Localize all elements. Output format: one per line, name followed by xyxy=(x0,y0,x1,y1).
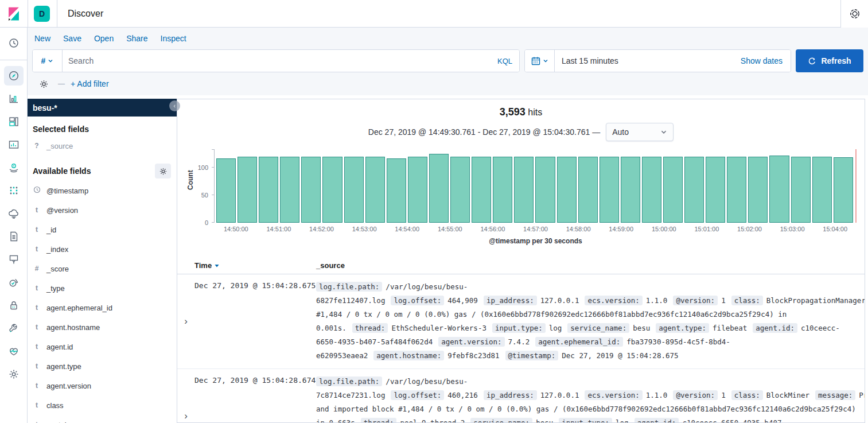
nav-recent[interactable] xyxy=(4,33,24,53)
nav-logs[interactable] xyxy=(4,227,24,246)
nav-maps[interactable] xyxy=(4,158,24,177)
field-item-agent.hostname[interactable]: tagent.hostname xyxy=(33,317,177,337)
field-key-badge[interactable]: message: xyxy=(815,390,855,400)
histogram-bar[interactable] xyxy=(684,157,704,223)
nav-visualize[interactable] xyxy=(4,89,24,108)
histogram-bar[interactable] xyxy=(259,157,278,223)
histogram-bar[interactable] xyxy=(387,158,406,223)
field-settings-gear-button[interactable] xyxy=(155,164,171,178)
field-key-badge[interactable]: @version: xyxy=(673,296,718,305)
help-button[interactable] xyxy=(840,0,868,28)
nav-uptime[interactable] xyxy=(4,273,24,292)
interval-select[interactable]: Auto xyxy=(606,123,674,141)
histogram-bar[interactable] xyxy=(216,158,236,223)
field-key-badge[interactable]: log.offset: xyxy=(391,390,444,400)
histogram-bar[interactable] xyxy=(834,157,853,223)
menu-item-share[interactable]: Share xyxy=(126,34,147,43)
nav-discover[interactable] xyxy=(4,66,24,86)
histogram-bar[interactable] xyxy=(322,157,342,223)
histogram-bar[interactable] xyxy=(472,157,491,223)
histogram-bar[interactable] xyxy=(600,157,619,223)
field-item-agent.type[interactable]: tagent.type xyxy=(33,356,177,376)
nav-siem[interactable] xyxy=(4,296,24,315)
date-quick-select-button[interactable] xyxy=(525,50,555,72)
histogram-bar[interactable] xyxy=(727,157,746,223)
field-key-badge[interactable]: ecs.version: xyxy=(585,296,642,305)
field-key-badge[interactable]: @version: xyxy=(673,390,718,400)
histogram-bar[interactable] xyxy=(535,157,555,223)
field-item-_source[interactable]: ?_source xyxy=(33,136,177,156)
histogram-bar[interactable] xyxy=(429,154,449,223)
expand-row-button[interactable]: › xyxy=(177,280,194,363)
field-key-badge[interactable]: ecs.version: xyxy=(585,390,642,400)
nav-canvas[interactable] xyxy=(4,135,24,154)
menu-item-save[interactable]: Save xyxy=(63,34,81,43)
histogram-bar[interactable] xyxy=(812,157,832,223)
field-key-badge[interactable]: log.file.path: xyxy=(316,282,382,292)
space-badge[interactable]: D xyxy=(34,6,50,22)
field-key-badge[interactable]: ip_address: xyxy=(484,390,537,400)
field-key-badge[interactable]: log.offset: xyxy=(391,296,444,305)
field-key-badge[interactable]: agent.type: xyxy=(656,323,709,333)
histogram-bar[interactable] xyxy=(791,157,811,223)
menu-item-new[interactable]: New xyxy=(34,34,50,43)
field-key-badge[interactable]: input.type: xyxy=(492,323,546,333)
field-key-badge[interactable]: thread: xyxy=(361,418,397,423)
field-key-badge[interactable]: agent.id: xyxy=(753,323,797,333)
histogram-bar[interactable] xyxy=(493,157,512,223)
field-key-badge[interactable]: class: xyxy=(731,390,763,400)
histogram-bar[interactable] xyxy=(344,157,364,223)
expand-row-button[interactable]: › xyxy=(177,375,194,423)
field-key-badge[interactable]: agent.version: xyxy=(438,337,504,347)
nav-stack-monitoring[interactable] xyxy=(4,341,24,361)
field-item-_score[interactable]: #_score xyxy=(33,259,177,278)
field-item-@timestamp[interactable]: @timestamp xyxy=(33,181,177,200)
kql-button[interactable]: KQL xyxy=(491,50,519,72)
field-key-badge[interactable]: service_name: xyxy=(567,323,629,333)
histogram-bar[interactable] xyxy=(514,157,534,223)
menu-item-inspect[interactable]: Inspect xyxy=(161,34,186,43)
menu-item-open[interactable]: Open xyxy=(94,34,114,43)
index-pattern-selector[interactable]: besu-* xyxy=(28,99,177,117)
histogram-bar[interactable] xyxy=(706,157,725,223)
histogram-bar[interactable] xyxy=(663,157,683,223)
collapse-sidebar-button[interactable] xyxy=(169,100,180,111)
field-item-class[interactable]: tclass xyxy=(33,395,177,415)
histogram-bar[interactable] xyxy=(238,157,257,223)
field-key-badge[interactable]: @timestamp: xyxy=(505,351,559,360)
field-key-badge[interactable]: ip_address: xyxy=(484,296,537,305)
nav-apm[interactable] xyxy=(4,250,24,269)
saved-query-menu-button[interactable]: # xyxy=(33,50,63,72)
field-item-agent.version[interactable]: tagent.version xyxy=(33,376,177,395)
field-key-badge[interactable]: agent.hostname: xyxy=(373,351,444,360)
field-key-badge[interactable]: input.type: xyxy=(559,418,612,423)
nav-dashboard[interactable] xyxy=(4,112,24,131)
histogram-bar[interactable] xyxy=(578,157,598,223)
histogram-bar[interactable] xyxy=(769,156,789,223)
nav-machine-learning[interactable] xyxy=(4,181,24,200)
histogram-bar[interactable] xyxy=(748,157,768,223)
search-input[interactable] xyxy=(63,50,491,72)
field-key-badge[interactable]: class: xyxy=(731,296,763,305)
field-key-badge[interactable]: log.file.path: xyxy=(316,377,382,386)
field-key-badge[interactable]: agent.id: xyxy=(635,418,679,423)
filter-options-gear-button[interactable] xyxy=(36,79,52,90)
field-key-badge[interactable]: thread: xyxy=(352,323,388,333)
field-item-_id[interactable]: t_id xyxy=(33,220,177,239)
field-item-agent.ephemeral_id[interactable]: tagent.ephemeral_id xyxy=(33,298,177,317)
histogram-bar[interactable] xyxy=(450,157,470,223)
show-dates-button[interactable]: Show dates xyxy=(733,50,791,72)
field-item-container[interactable]: tcontainer xyxy=(33,415,177,423)
histogram-bar[interactable] xyxy=(408,157,427,223)
field-item-_type[interactable]: t_type xyxy=(33,278,177,298)
histogram-bar[interactable] xyxy=(621,157,640,223)
add-filter-button[interactable]: + Add filter xyxy=(71,79,109,88)
field-item-@version[interactable]: t@version xyxy=(33,200,177,220)
field-item-agent.id[interactable]: tagent.id xyxy=(33,337,177,356)
nav-infrastructure[interactable] xyxy=(4,204,24,223)
histogram-bar[interactable] xyxy=(280,157,299,223)
field-key-badge[interactable]: agent.ephemeral_id: xyxy=(535,337,623,347)
histogram-bar[interactable] xyxy=(301,157,321,223)
sort-descending-icon[interactable] xyxy=(214,263,220,268)
nav-dev-tools[interactable] xyxy=(4,319,24,338)
